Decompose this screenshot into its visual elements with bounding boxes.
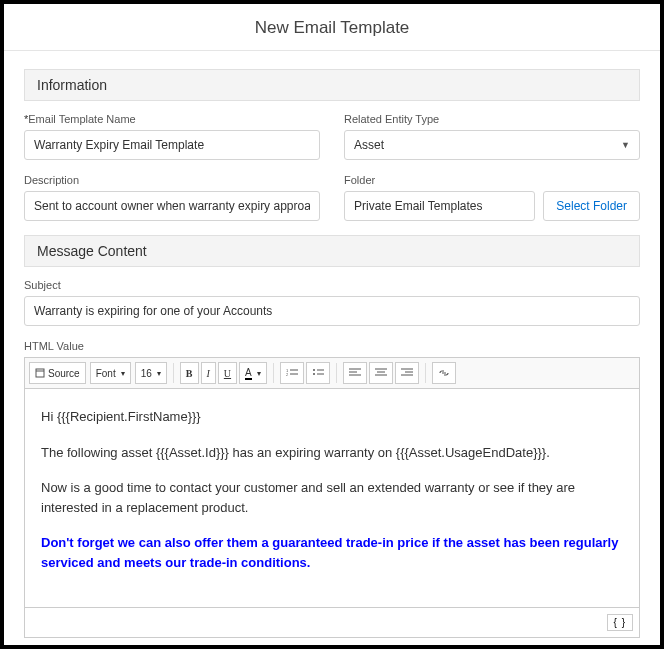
label-html-value: HTML Value (24, 340, 640, 352)
section-information: Information (24, 69, 640, 101)
align-left-icon (349, 368, 361, 378)
editor-line-3: Now is a good time to contact your custo… (41, 478, 623, 517)
field-entity-type: Related Entity Type Asset ▼ (344, 113, 640, 160)
text-color-button[interactable]: A▾ (239, 362, 267, 384)
editor-line-4: Don't forget we can also offer them a gu… (41, 533, 623, 572)
font-size-dropdown[interactable]: 16▾ (135, 362, 167, 384)
label-description: Description (24, 174, 320, 186)
field-html-value: HTML Value Source Font▾ 16▾ B I U A▾ (24, 340, 640, 638)
field-template-name: *Email Template Name (24, 113, 320, 160)
merge-field-button[interactable]: { } (607, 614, 633, 631)
source-icon (35, 368, 45, 378)
svg-text:2: 2 (286, 372, 289, 377)
align-center-button[interactable] (369, 362, 393, 384)
section-message-content: Message Content (24, 235, 640, 267)
folder-row: Select Folder (344, 191, 640, 221)
link-icon (438, 368, 450, 378)
chevron-down-icon: ▼ (621, 140, 630, 150)
label-entity-type: Related Entity Type (344, 113, 640, 125)
label-subject: Subject (24, 279, 640, 291)
select-entity-type[interactable]: Asset ▼ (344, 130, 640, 160)
select-entity-value: Asset (354, 138, 384, 152)
format-group: B I U A▾ (180, 362, 267, 384)
row-name-entity: *Email Template Name Related Entity Type… (24, 113, 640, 160)
caret-down-icon: ▾ (157, 369, 161, 378)
label-folder: Folder (344, 174, 640, 186)
window: New Email Template Information *Email Te… (4, 4, 660, 645)
page-title: New Email Template (4, 4, 660, 50)
align-group (343, 362, 419, 384)
ordered-list-button[interactable]: 12 (280, 362, 304, 384)
separator (336, 363, 337, 383)
caret-down-icon: ▾ (257, 369, 261, 378)
divider (4, 50, 660, 51)
list-group: 12 (280, 362, 330, 384)
separator (273, 363, 274, 383)
select-folder-button[interactable]: Select Folder (543, 191, 640, 221)
separator (425, 363, 426, 383)
align-right-button[interactable] (395, 362, 419, 384)
svg-point-6 (313, 369, 315, 371)
link-button[interactable] (432, 362, 456, 384)
editor-footer: { } (24, 608, 640, 638)
underline-button[interactable]: U (218, 362, 237, 384)
input-subject[interactable] (24, 296, 640, 326)
html-editor[interactable]: Hi {{{Recipient.FirstName}}} The followi… (24, 388, 640, 608)
input-description[interactable] (24, 191, 320, 221)
field-subject: Subject (24, 279, 640, 326)
bold-button[interactable]: B (180, 362, 199, 384)
align-right-icon (401, 368, 413, 378)
content: Information *Email Template Name Related… (4, 69, 660, 638)
input-template-name[interactable] (24, 130, 320, 160)
editor-line-2: The following asset {{{Asset.Id}}} has a… (41, 443, 623, 463)
unordered-list-icon (312, 368, 324, 378)
editor-line-1: Hi {{{Recipient.FirstName}}} (41, 407, 623, 427)
source-button[interactable]: Source (29, 362, 86, 384)
svg-rect-0 (36, 369, 44, 377)
caret-down-icon: ▾ (121, 369, 125, 378)
ordered-list-icon: 12 (286, 368, 298, 378)
separator (173, 363, 174, 383)
input-folder[interactable] (344, 191, 535, 221)
field-description: Description (24, 174, 320, 221)
unordered-list-button[interactable] (306, 362, 330, 384)
align-center-icon (375, 368, 387, 378)
italic-button[interactable]: I (201, 362, 216, 384)
align-left-button[interactable] (343, 362, 367, 384)
field-folder: Folder Select Folder (344, 174, 640, 221)
editor-toolbar: Source Font▾ 16▾ B I U A▾ 1 (24, 357, 640, 388)
font-dropdown[interactable]: Font▾ (90, 362, 131, 384)
label-template-name: *Email Template Name (24, 113, 320, 125)
row-desc-folder: Description Folder Select Folder (24, 174, 640, 221)
svg-point-8 (313, 373, 315, 375)
